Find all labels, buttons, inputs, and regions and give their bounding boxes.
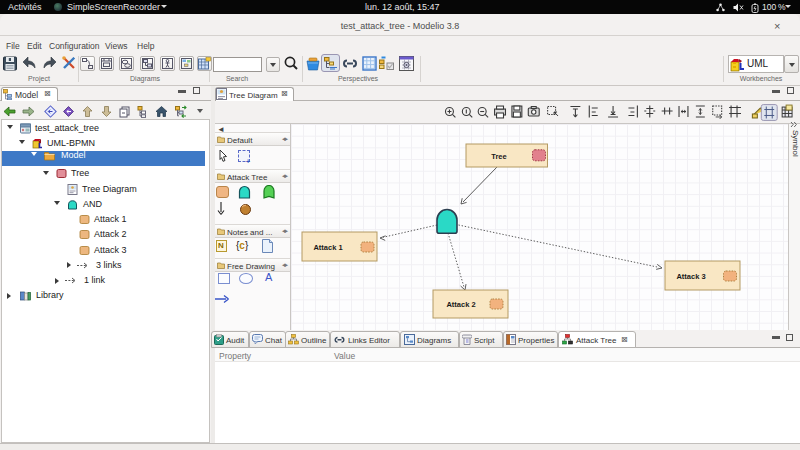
svg-text:Attack 1: Attack 1 <box>313 243 342 252</box>
svg-text:Attack 2: Attack 2 <box>446 300 475 309</box>
svg-text:Tree: Tree <box>491 152 506 161</box>
svg-text:Attack 3: Attack 3 <box>676 272 705 281</box>
